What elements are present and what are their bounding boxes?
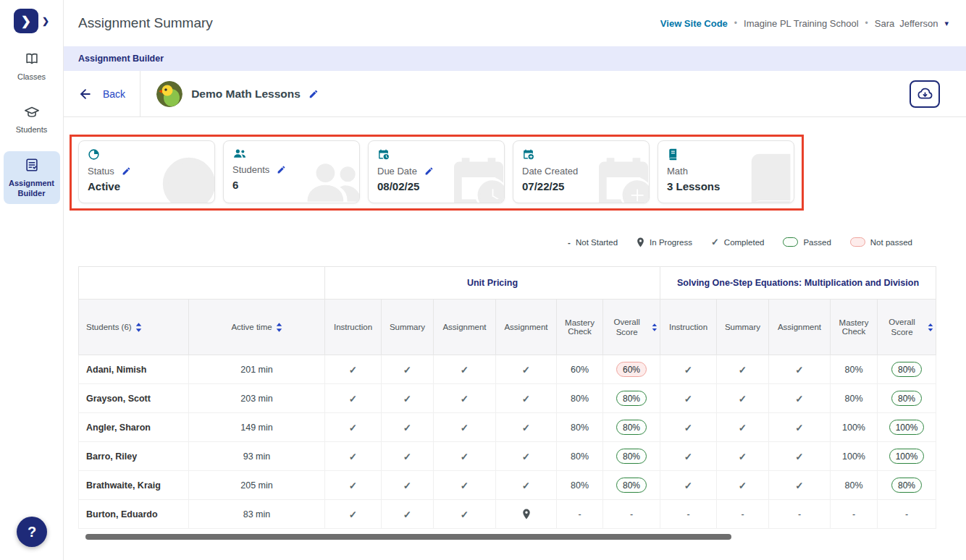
- lesson-status-cell: ✓: [325, 442, 382, 471]
- imagine-learning-logo: ❯: [14, 9, 38, 33]
- main-area: Assignment Summary View Site Code • Imag…: [64, 0, 966, 560]
- completed-check-icon: ✓: [795, 423, 803, 433]
- student-name-cell: Brathwaite, Kraig: [79, 471, 189, 500]
- legend-completed: ✓ Completed: [711, 237, 765, 247]
- edit-pencil-icon[interactable]: [424, 166, 434, 176]
- card-label: Date Created: [522, 166, 578, 177]
- student-name-cell: Angler, Sharon: [79, 413, 189, 442]
- instruction-column-header: Instruction: [325, 300, 382, 355]
- card-value: 08/02/25: [377, 180, 495, 192]
- overall-score-badge: 80%: [616, 478, 647, 493]
- student-name-cell: Burton, Eduardo: [79, 500, 189, 529]
- sidebar: ❯ ❯ Classes Students Assignment Builde: [0, 0, 64, 560]
- legend-label: Not Started: [576, 238, 618, 247]
- active-time-cell: 203 min: [189, 384, 325, 413]
- lesson-status-cell: ✓: [434, 500, 496, 529]
- export-button[interactable]: [910, 80, 940, 108]
- overall-score-column-header[interactable]: Overall Score: [603, 300, 660, 355]
- back-button[interactable]: Back: [78, 87, 125, 101]
- active-time-cell: 201 min: [189, 355, 325, 384]
- completed-check-icon: ✓: [403, 451, 411, 462]
- status-legend: - Not Started In Progress ✓ Completed Pa…: [64, 237, 912, 247]
- group-empty-cell: [79, 267, 325, 300]
- chevron-down-icon[interactable]: ▾: [944, 19, 949, 28]
- overall-score-empty: -: [630, 509, 633, 519]
- mastery-check-score-cell: 80%: [557, 384, 603, 413]
- completed-check-icon: ✓: [522, 480, 530, 491]
- overall-score-badge: 80%: [616, 420, 647, 435]
- sidebar-item-label: Assignment Builder: [5, 179, 59, 199]
- passed-badge-swatch: [783, 237, 798, 247]
- active-time-cell: 205 min: [189, 471, 325, 500]
- completed-check-icon: ✓: [403, 423, 411, 433]
- progress-table-wrap: Unit Pricing Solving One-Step Equations:…: [78, 266, 936, 540]
- help-button[interactable]: ?: [17, 517, 47, 547]
- breadcrumb-bar: Assignment Builder: [64, 46, 966, 71]
- overall-score-cell: 80%: [603, 442, 660, 471]
- not-started-dash: -: [741, 509, 744, 519]
- lesson-status-cell: ✓: [717, 355, 769, 384]
- students-column-header[interactable]: Students (6): [79, 300, 189, 355]
- column-header-row: Students (6) Active time Instruction Sum…: [79, 300, 936, 355]
- completed-check-icon: ✓: [684, 394, 692, 404]
- completed-check-icon: ✓: [461, 423, 469, 433]
- legend-passed: Passed: [783, 237, 831, 247]
- completed-check-icon: ✓: [349, 423, 357, 433]
- lesson-status-cell: ✓: [769, 384, 831, 413]
- edit-pencil-icon[interactable]: [122, 166, 131, 176]
- sidebar-item-classes[interactable]: Classes: [4, 45, 60, 88]
- lesson-status-cell: ✓: [769, 471, 831, 500]
- mastery-check-score-cell: 80%: [831, 384, 878, 413]
- lesson-status-cell: ✓: [325, 384, 382, 413]
- not-started-dash-icon: -: [568, 238, 571, 247]
- horizontal-scrollbar-thumb[interactable]: [85, 534, 731, 540]
- school-name: Imagine PL Training School: [744, 18, 859, 29]
- cloud-download-icon: [917, 87, 933, 101]
- status-pie-icon-watermark: [158, 153, 215, 203]
- lesson-status-cell: ✓: [382, 355, 434, 384]
- completed-check-icon: ✓: [522, 365, 530, 376]
- page-title: Assignment Summary: [78, 15, 213, 31]
- student-row: Burton, Eduardo83 min✓✓✓-------: [79, 500, 936, 529]
- overall-score-cell: 80%: [878, 384, 936, 413]
- completed-check-icon: ✓: [684, 365, 692, 376]
- lesson-status-cell: ✓: [769, 355, 831, 384]
- user-last-name: Jefferson: [899, 18, 938, 29]
- card-label: Due Date: [377, 166, 417, 177]
- lesson-status-cell: ✓: [769, 442, 831, 471]
- lesson-status-cell: ✓: [325, 413, 382, 442]
- edit-title-pencil-icon[interactable]: [308, 89, 319, 99]
- app-root: ❯ ❯ Classes Students Assignment Builde: [0, 0, 966, 560]
- completed-check-icon: ✓: [349, 451, 357, 462]
- edit-pencil-icon[interactable]: [277, 165, 286, 174]
- brand-row: ❯ ❯: [0, 0, 63, 33]
- view-site-code-link[interactable]: View Site Code: [660, 18, 728, 29]
- sidebar-item-students[interactable]: Students: [4, 98, 60, 142]
- mastery-check-score-cell: 80%: [557, 442, 603, 471]
- overall-score-column-header[interactable]: Overall Score: [878, 300, 936, 355]
- mastery-check-score-cell: 60%: [557, 355, 603, 384]
- sidebar-item-assignment-builder[interactable]: Assignment Builder: [4, 151, 60, 204]
- summary-card-students: Students6: [223, 140, 360, 203]
- overall-score-badge: 80%: [891, 362, 922, 377]
- assignment-toolbar: Back Demo Math Lessons: [64, 71, 966, 117]
- active-time-column-header[interactable]: Active time: [189, 300, 325, 355]
- mastery-check-column-header: Mastery Check: [831, 300, 878, 355]
- card-value: 6: [232, 179, 350, 191]
- card-label: Math: [667, 166, 688, 177]
- user-menu[interactable]: Sara Jefferson: [875, 18, 938, 29]
- lesson-status-cell: -: [717, 500, 769, 529]
- lesson-group-row: Unit Pricing Solving One-Step Equations:…: [79, 267, 936, 300]
- overall-score-badge: 100%: [889, 420, 925, 435]
- overall-score-empty: -: [905, 509, 908, 519]
- lesson-group-unit-pricing: Unit Pricing: [325, 267, 660, 300]
- sidebar-expand-icon[interactable]: ❯: [42, 16, 49, 26]
- overall-score-badge: 80%: [891, 391, 922, 406]
- lesson-status-cell: ✓: [434, 413, 496, 442]
- completed-check-icon: ✓: [403, 480, 411, 491]
- lesson-status-cell: ✓: [434, 355, 496, 384]
- not-started-dash: -: [798, 509, 801, 519]
- summary-column-header: Summary: [382, 300, 434, 355]
- lesson-status-cell: ✓: [717, 384, 769, 413]
- progress-table: Unit Pricing Solving One-Step Equations:…: [78, 266, 936, 529]
